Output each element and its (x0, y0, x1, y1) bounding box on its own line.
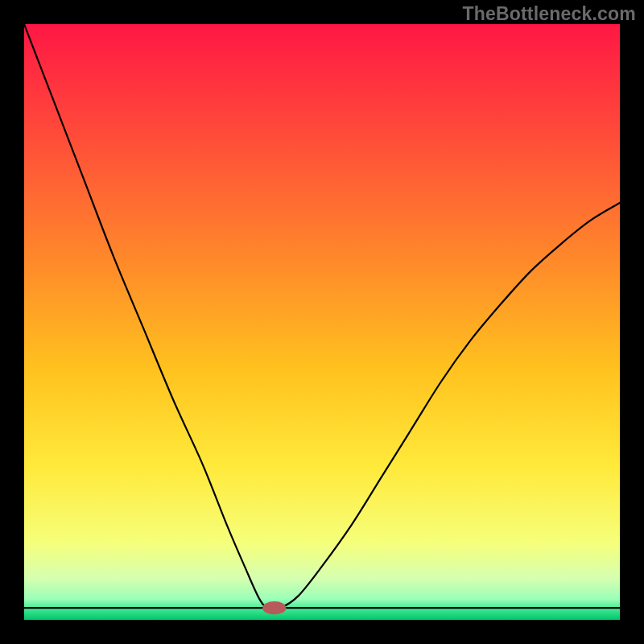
watermark-text: TheBottleneck.com (462, 3, 636, 25)
optimal-marker (262, 601, 287, 614)
gradient-background (24, 24, 620, 620)
plot-area (24, 24, 620, 620)
chart-svg (24, 24, 620, 620)
chart-frame: TheBottleneck.com (0, 0, 644, 644)
